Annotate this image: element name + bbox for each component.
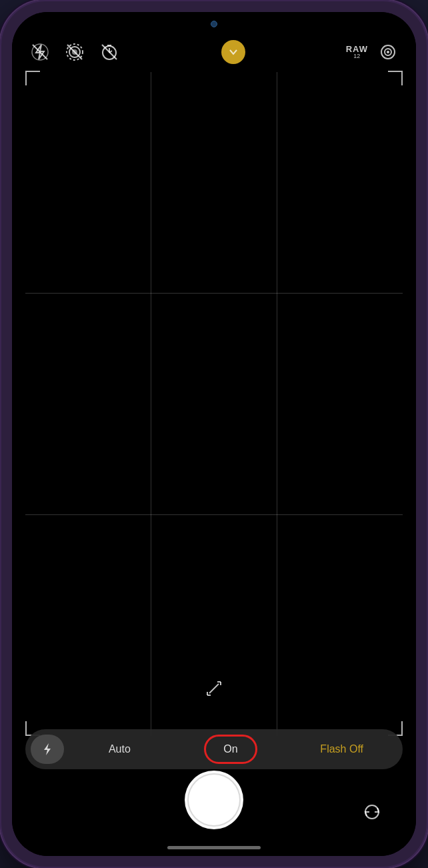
camera-grid <box>25 72 403 736</box>
front-camera-dot <box>211 21 217 27</box>
svg-line-19 <box>209 684 219 693</box>
camera-top-icons-left <box>28 40 121 64</box>
zoom-arrows <box>204 679 224 703</box>
grid-line-v1 <box>151 72 151 736</box>
flash-icon-button[interactable] <box>31 735 64 764</box>
home-indicator <box>167 846 261 849</box>
flash-off-label: Flash Off <box>286 743 397 755</box>
camera-top-icons-right: RAW 12 <box>346 40 400 64</box>
flash-on-label: On <box>223 743 237 755</box>
camera-bottom-controls <box>12 771 416 829</box>
flash-auto-option[interactable]: Auto <box>64 743 175 755</box>
raw-number: 12 <box>353 53 360 59</box>
mute-switch[interactable] <box>0 260 1 314</box>
grid-line-h1 <box>25 293 403 294</box>
notch <box>171 12 257 36</box>
raw-toggle[interactable]: RAW 12 <box>346 45 368 59</box>
svg-point-14 <box>387 51 389 53</box>
shutter-inner <box>189 775 239 825</box>
phone-frame: RAW 12 <box>0 0 428 868</box>
flip-camera-button[interactable] <box>355 795 389 829</box>
flash-on-option[interactable]: On <box>175 735 287 764</box>
grid-line-h2 <box>25 514 403 515</box>
camera-options-toggle[interactable] <box>221 40 245 64</box>
timer-off-button[interactable] <box>97 40 121 64</box>
flash-off-option[interactable]: Flash Off <box>286 743 397 755</box>
flash-on-selected: On <box>204 735 257 764</box>
grid-line-v2 <box>277 72 277 736</box>
volume-up-button[interactable] <box>0 147 1 175</box>
exposure-button[interactable] <box>376 40 400 64</box>
flash-auto-label: Auto <box>64 743 175 755</box>
flash-off-button[interactable] <box>28 40 52 64</box>
screen: RAW 12 <box>12 12 416 856</box>
live-photo-off-button[interactable] <box>63 40 87 64</box>
svg-marker-20 <box>44 743 51 755</box>
flash-options-bar: Auto On Flash Off <box>25 729 403 769</box>
camera-viewfinder: RAW 12 <box>12 12 416 856</box>
volume-down-button[interactable] <box>0 193 1 247</box>
shutter-button[interactable] <box>185 771 243 829</box>
camera-top-toolbar: RAW 12 <box>12 40 416 64</box>
